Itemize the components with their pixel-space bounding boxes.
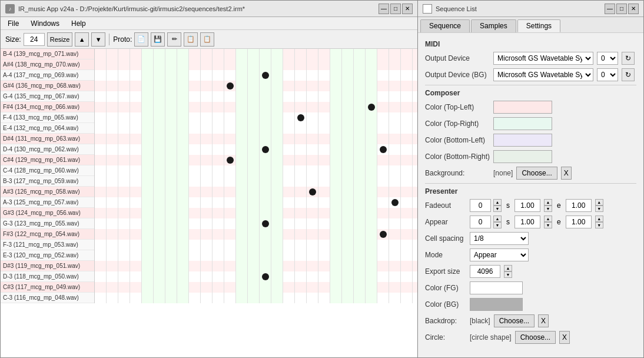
color-bg-box[interactable] bbox=[470, 298, 523, 311]
grid-cell[interactable] bbox=[377, 144, 389, 155]
grid-cell[interactable] bbox=[213, 155, 224, 165]
grid-cell[interactable] bbox=[307, 165, 318, 176]
grid-cell[interactable] bbox=[260, 261, 271, 271]
appear-input[interactable] bbox=[470, 216, 491, 228]
right-close-button[interactable]: ✕ bbox=[628, 4, 639, 14]
grid-cell[interactable] bbox=[130, 261, 142, 271]
grid-cell[interactable] bbox=[389, 112, 401, 123]
grid-cell[interactable] bbox=[118, 70, 130, 81]
grid-cell[interactable] bbox=[295, 144, 307, 155]
grid-cell[interactable] bbox=[377, 59, 389, 70]
grid-cell[interactable] bbox=[107, 218, 118, 229]
grid-cell[interactable] bbox=[248, 165, 260, 176]
grid-cell[interactable] bbox=[318, 81, 330, 91]
grid-cell[interactable] bbox=[330, 293, 342, 303]
grid-cell[interactable] bbox=[213, 261, 224, 271]
grid-cell[interactable] bbox=[271, 165, 283, 176]
grid-cell[interactable] bbox=[165, 261, 177, 271]
grid-cell[interactable] bbox=[177, 112, 189, 123]
grid-cell[interactable] bbox=[283, 59, 295, 70]
grid-cell[interactable] bbox=[130, 134, 142, 144]
grid-cell[interactable] bbox=[107, 81, 118, 91]
grid-cell[interactable] bbox=[95, 102, 107, 112]
grid-cell[interactable] bbox=[224, 144, 236, 155]
grid-cell[interactable] bbox=[248, 282, 260, 293]
grid-cell[interactable] bbox=[213, 293, 224, 303]
grid-cell[interactable] bbox=[377, 271, 389, 282]
grid-cell[interactable] bbox=[189, 187, 201, 197]
grid-cell[interactable] bbox=[118, 282, 130, 293]
grid-cell[interactable] bbox=[389, 240, 401, 250]
grid-cell[interactable] bbox=[142, 293, 154, 303]
grid-cell[interactable] bbox=[95, 112, 107, 123]
grid-cell[interactable] bbox=[295, 123, 307, 134]
grid-cell[interactable] bbox=[213, 102, 224, 112]
grid-cell[interactable] bbox=[377, 112, 389, 123]
grid-cell[interactable] bbox=[189, 123, 201, 134]
grid-cell[interactable] bbox=[236, 293, 248, 303]
copy-btn[interactable]: 📋 bbox=[184, 32, 198, 47]
grid-cell[interactable] bbox=[248, 144, 260, 155]
grid-cell[interactable] bbox=[354, 123, 366, 134]
grid-cell[interactable] bbox=[389, 59, 401, 70]
output-device-num-dropdown[interactable]: 0 bbox=[597, 52, 618, 65]
grid-cell[interactable] bbox=[95, 187, 107, 197]
grid-cell[interactable] bbox=[130, 49, 142, 59]
grid-cell[interactable] bbox=[165, 218, 177, 229]
grid-cell[interactable] bbox=[248, 218, 260, 229]
grid-cell[interactable] bbox=[189, 261, 201, 271]
grid-cell[interactable] bbox=[130, 218, 142, 229]
grid-cell[interactable] bbox=[401, 261, 413, 271]
grid-cell[interactable] bbox=[389, 155, 401, 165]
grid-cell[interactable] bbox=[271, 197, 283, 208]
grid-cell[interactable] bbox=[366, 282, 377, 293]
grid-cell[interactable] bbox=[248, 176, 260, 187]
grid-cell[interactable] bbox=[271, 81, 283, 91]
grid-cell[interactable] bbox=[165, 165, 177, 176]
grid-cell[interactable] bbox=[107, 155, 118, 165]
grid-cell[interactable] bbox=[130, 187, 142, 197]
grid-cell[interactable] bbox=[366, 49, 377, 59]
grid-cell[interactable] bbox=[118, 123, 130, 134]
grid-cell[interactable] bbox=[213, 250, 224, 261]
grid-cell[interactable] bbox=[413, 155, 417, 165]
grid-cell[interactable] bbox=[142, 144, 154, 155]
grid-cell[interactable] bbox=[165, 293, 177, 303]
grid-cell[interactable] bbox=[413, 91, 417, 102]
grid-cell[interactable] bbox=[330, 187, 342, 197]
grid-cell[interactable] bbox=[318, 134, 330, 144]
grid-cell[interactable] bbox=[165, 187, 177, 197]
grid-cell[interactable] bbox=[189, 218, 201, 229]
grid-cell[interactable] bbox=[154, 282, 165, 293]
grid-cell[interactable] bbox=[318, 165, 330, 176]
grid-cell[interactable] bbox=[224, 197, 236, 208]
grid-cell[interactable] bbox=[401, 123, 413, 134]
grid-cell[interactable] bbox=[401, 229, 413, 240]
grid-cell[interactable] bbox=[236, 176, 248, 187]
grid-cell[interactable] bbox=[401, 91, 413, 102]
grid-cell[interactable] bbox=[177, 197, 189, 208]
grid-cell[interactable] bbox=[224, 49, 236, 59]
grid-cell[interactable] bbox=[271, 282, 283, 293]
tab-sequence[interactable]: Sequence bbox=[420, 19, 470, 32]
appear-e-up-btn[interactable]: ▲ bbox=[595, 216, 603, 222]
grid-cell[interactable] bbox=[413, 176, 417, 187]
grid-cell[interactable] bbox=[142, 187, 154, 197]
up-button[interactable]: ▲ bbox=[75, 32, 89, 47]
grid-cell[interactable] bbox=[107, 165, 118, 176]
grid-cell[interactable] bbox=[271, 144, 283, 155]
grid-cell[interactable] bbox=[354, 208, 366, 218]
color-top-right-box[interactable] bbox=[493, 117, 552, 130]
grid-cell[interactable] bbox=[377, 218, 389, 229]
grid-cell[interactable] bbox=[224, 176, 236, 187]
grid-cell[interactable] bbox=[366, 102, 377, 112]
grid-cell[interactable] bbox=[377, 49, 389, 59]
circle-x-button[interactable]: X bbox=[559, 331, 570, 344]
grid-cell[interactable] bbox=[260, 59, 271, 70]
grid-cell[interactable] bbox=[318, 59, 330, 70]
grid-cell[interactable] bbox=[377, 123, 389, 134]
grid-cell[interactable] bbox=[342, 176, 354, 187]
grid-cell[interactable] bbox=[318, 271, 330, 282]
grid-cell[interactable] bbox=[366, 144, 377, 155]
grid-cell[interactable] bbox=[307, 261, 318, 271]
